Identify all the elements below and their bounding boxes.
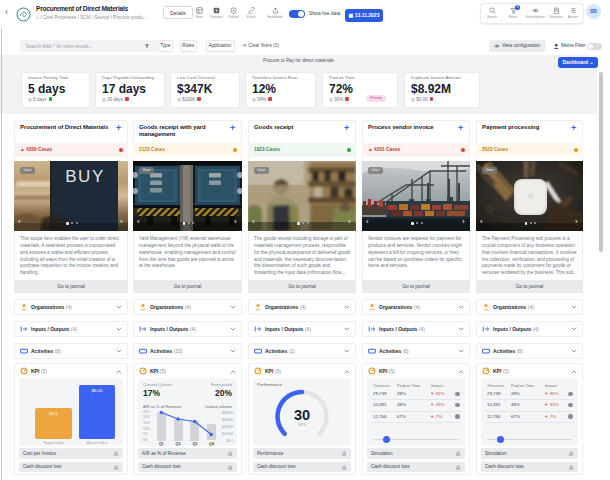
svg-text:BUY: BUY — [65, 167, 104, 186]
